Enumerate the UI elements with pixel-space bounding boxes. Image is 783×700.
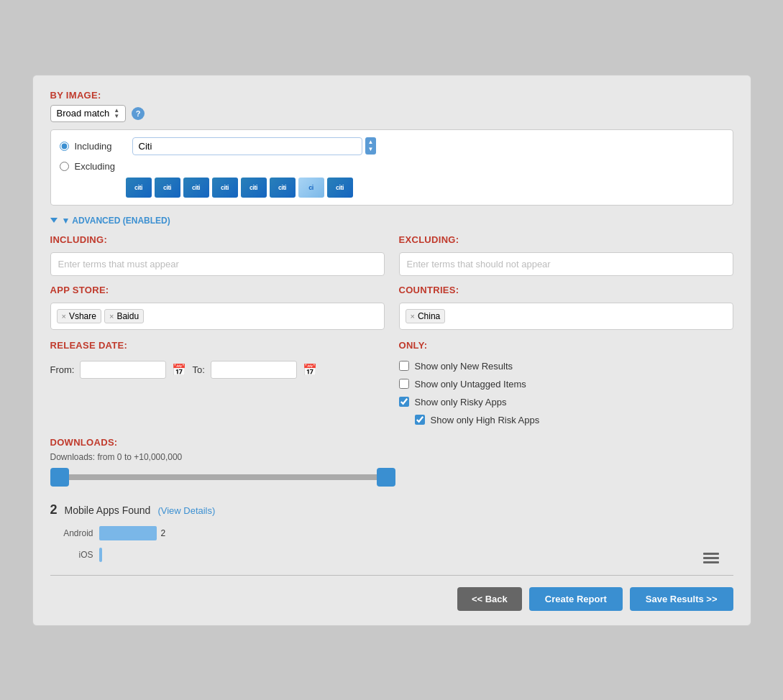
tag-baidu-label: Baidu [116, 311, 139, 321]
chart-left: Android 2 iOS [58, 525, 288, 563]
logo-chip-5[interactable]: citi [241, 178, 267, 198]
checkbox-new-results-label: Show only New Results [415, 361, 513, 372]
to-date-input[interactable] [211, 361, 297, 379]
android-bar-container: 2 [99, 525, 288, 542]
checkbox-group: Show only New Results Show only Untagged… [399, 361, 733, 425]
excluding-field-label: EXCLUDING: [399, 234, 733, 245]
excluding-radio[interactable] [60, 162, 69, 171]
image-search-box: Including ▲ ▼ Excluding citi citi citi c… [50, 129, 733, 206]
only-label: ONLY: [399, 340, 733, 351]
tag-china: × China [406, 309, 446, 323]
results-header: 2 Mobile Apps Found (View Details) [50, 502, 733, 517]
excluding-radio-row: Excluding [60, 161, 724, 172]
select-arrows: ▲ ▼ [114, 108, 119, 119]
results-text: Mobile Apps Found [65, 505, 151, 516]
downloads-section: DOWNLOADS: Downloads: from 0 to +10,000,… [50, 437, 733, 488]
date-only-row: RELEASE DATE: From: 📅 To: 📅 ONLY: Show o… [50, 340, 733, 425]
tag-vshare-remove[interactable]: × [62, 312, 66, 321]
logo-chip-7[interactable]: ci [298, 178, 324, 198]
view-details-link[interactable]: (View Details) [157, 505, 215, 516]
main-container: BY IMAGE: Broad match ▲ ▼ ? Including ▲ … [32, 75, 751, 626]
back-button[interactable]: << Back [457, 587, 522, 611]
bottom-buttons: << Back Create Report Save Results >> [50, 587, 733, 611]
checkbox-untagged-row: Show only Untagged Items [399, 379, 733, 390]
including-radio-row: Including ▲ ▼ [60, 137, 724, 155]
including-label: Including [75, 141, 112, 152]
countries-label: COUNTRIES: [399, 285, 733, 295]
tag-china-remove[interactable]: × [411, 312, 415, 321]
only-group: ONLY: Show only New Results Show only Un… [399, 340, 733, 425]
help-icon[interactable]: ? [132, 107, 145, 120]
tag-vshare-label: Vshare [69, 311, 96, 321]
app-store-label: APP STORE: [50, 285, 385, 295]
tag-vshare: × Vshare [57, 309, 101, 323]
logo-chip-6[interactable]: citi [270, 178, 296, 198]
by-image-label: BY IMAGE: [50, 90, 733, 101]
slider-track [50, 474, 395, 480]
including-radio[interactable] [60, 142, 69, 151]
including-group: INCLUDING: [50, 234, 385, 276]
checkbox-high-risk-label: Show only High Risk Apps [431, 415, 540, 425]
app-store-group: APP STORE: × Vshare × Baidu [50, 285, 385, 330]
save-results-button[interactable]: Save Results >> [630, 587, 733, 611]
divider [50, 575, 733, 576]
checkbox-new-results[interactable] [399, 361, 409, 371]
search-arrows-btn[interactable]: ▲ ▼ [365, 137, 377, 154]
slider-container [50, 466, 733, 488]
hamburger-line-2 [703, 557, 719, 559]
logo-chip-1[interactable]: citi [126, 178, 152, 198]
checkbox-risky[interactable] [399, 397, 409, 407]
ios-bar-container [99, 546, 288, 563]
search-input-row: ▲ ▼ [132, 137, 377, 155]
checkbox-high-risk-row: Show only High Risk Apps [415, 415, 733, 425]
chart-android-row: Android 2 [58, 525, 288, 542]
logo-chip-8[interactable]: citi [327, 178, 353, 198]
android-bar [99, 526, 157, 540]
broad-match-select[interactable]: Broad match ▲ ▼ [50, 105, 127, 122]
logo-chip-2[interactable]: citi [155, 178, 180, 198]
checkbox-risky-row: Show only Risky Apps [399, 397, 733, 407]
release-date-group: RELEASE DATE: From: 📅 To: 📅 [50, 340, 385, 425]
chart-menu-icon[interactable] [689, 553, 733, 563]
countries-input[interactable]: × China [399, 303, 733, 330]
logo-chip-3[interactable]: citi [183, 178, 209, 198]
hamburger-line-1 [703, 553, 719, 555]
including-input[interactable] [50, 252, 385, 276]
excluding-label: Excluding [75, 161, 115, 172]
from-calendar-icon[interactable]: 📅 [172, 363, 186, 377]
android-count: 2 [161, 528, 166, 538]
from-date-input[interactable] [80, 361, 166, 379]
countries-group: COUNTRIES: × China [399, 285, 733, 330]
create-report-button[interactable]: Create Report [529, 587, 623, 611]
checkbox-new-results-row: Show only New Results [399, 361, 733, 372]
triangle-down-icon [50, 218, 58, 223]
from-label: From: [50, 364, 75, 375]
tag-china-label: China [418, 311, 440, 321]
slider-thumb-left[interactable] [50, 468, 69, 487]
app-store-input[interactable]: × Vshare × Baidu [50, 303, 385, 330]
search-text-input[interactable] [132, 137, 362, 155]
date-row: From: 📅 To: 📅 [50, 361, 385, 379]
broad-match-row: Broad match ▲ ▼ ? [50, 105, 733, 122]
ios-bar [99, 548, 102, 562]
excluding-input[interactable] [399, 252, 733, 276]
including-excluding-row: INCLUDING: EXCLUDING: [50, 234, 733, 276]
chart-ios-row: iOS [58, 546, 288, 563]
tag-baidu: × Baidu [104, 309, 144, 323]
results-count: 2 [50, 502, 58, 517]
checkbox-untagged[interactable] [399, 379, 409, 389]
ios-label: iOS [58, 550, 93, 560]
checkbox-untagged-label: Show only Untagged Items [415, 379, 526, 390]
logo-chips-row: citi citi citi citi citi citi ci citi [126, 178, 724, 198]
advanced-toggle[interactable]: ▼ ADVANCED (ENABLED) [50, 216, 733, 226]
results-section: 2 Mobile Apps Found (View Details) Andro… [50, 502, 733, 563]
chart-area: Android 2 iOS [50, 525, 733, 563]
to-calendar-icon[interactable]: 📅 [303, 363, 317, 377]
excluding-group: EXCLUDING: [399, 234, 733, 276]
slider-thumb-right[interactable] [377, 468, 395, 487]
tag-baidu-remove[interactable]: × [109, 312, 114, 321]
logo-chip-4[interactable]: citi [212, 178, 238, 198]
to-label: To: [192, 364, 204, 375]
checkbox-high-risk[interactable] [415, 415, 425, 425]
downloads-range-text: Downloads: from 0 to +10,000,000 [50, 452, 733, 462]
